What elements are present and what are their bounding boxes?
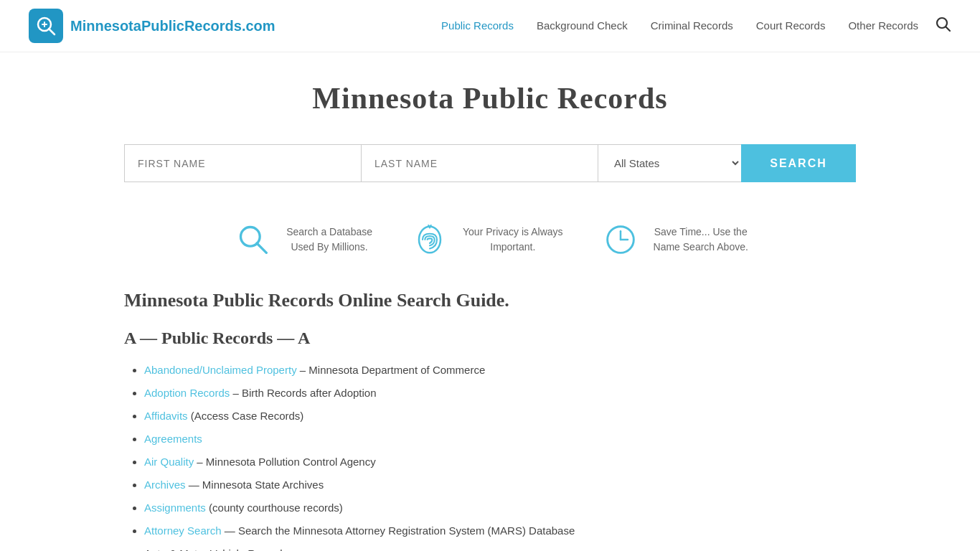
feature-privacy-text: Your Privacy is AlwaysImportant. bbox=[463, 225, 563, 255]
nav-item-other-records[interactable]: Other Records bbox=[848, 19, 918, 32]
list-item-suffix: — Search the Minnesota Attorney Registra… bbox=[225, 524, 575, 537]
list-item: Assignments (county courthouse records) bbox=[144, 497, 856, 519]
features-row: Search a DatabaseUsed By Millions. Your … bbox=[95, 197, 885, 283]
search-bar: All States Alabama Alaska Arizona Arkans… bbox=[95, 130, 885, 197]
hero-section: Minnesota Public Records bbox=[0, 52, 980, 130]
first-name-input[interactable] bbox=[124, 144, 361, 182]
page-title: Minnesota Public Records bbox=[14, 81, 966, 116]
list-item-suffix: – Minnesota Pollution Control Agency bbox=[197, 456, 375, 468]
navbar: MinnesotaPublicRecords.com Public Record… bbox=[0, 0, 980, 52]
logo-link[interactable]: MinnesotaPublicRecords.com bbox=[29, 9, 275, 43]
svg-line-5 bbox=[946, 27, 951, 31]
clock-feature-icon bbox=[599, 218, 642, 261]
list-item: Attorney Search — Search the Minnesota A… bbox=[144, 520, 856, 542]
nav-item-background-check[interactable]: Background Check bbox=[537, 19, 628, 32]
list-item: Air Quality – Minnesota Pollution Contro… bbox=[144, 451, 856, 473]
list-item: Affidavits (Access Case Records) bbox=[144, 405, 856, 427]
feature-time-text: Save Time... Use theName Search Above. bbox=[654, 225, 748, 255]
link-agreements[interactable]: Agreements bbox=[144, 433, 202, 445]
nav-item-court-records[interactable]: Court Records bbox=[756, 19, 826, 32]
nav-item-public-records[interactable]: Public Records bbox=[441, 19, 514, 32]
nav-item-criminal-records[interactable]: Criminal Records bbox=[651, 19, 733, 32]
feature-search: Search a DatabaseUsed By Millions. bbox=[232, 218, 372, 261]
link-affidavits[interactable]: Affidavits bbox=[144, 410, 188, 422]
link-assignments[interactable]: Assignments bbox=[144, 501, 206, 514]
nav-link-criminal-records[interactable]: Criminal Records bbox=[651, 19, 733, 32]
link-attorney-search[interactable]: Attorney Search bbox=[144, 524, 222, 537]
nav-link-public-records[interactable]: Public Records bbox=[441, 19, 514, 32]
list-item-suffix: – Birth Records after Adoption bbox=[232, 387, 376, 399]
list-item: Archives — Minnesota State Archives bbox=[144, 474, 856, 496]
link-adoption-records[interactable]: Adoption Records bbox=[144, 387, 230, 399]
logo-text: MinnesotaPublicRecords.com bbox=[70, 18, 275, 34]
last-name-input[interactable] bbox=[361, 144, 598, 182]
main-content: Minnesota Public Records Online Search G… bbox=[95, 283, 885, 551]
list-item: Abandoned/Unclaimed Property – Minnesota… bbox=[144, 359, 856, 381]
logo-icon bbox=[29, 9, 63, 43]
search-feature-icon bbox=[232, 218, 275, 261]
nav-link-background-check[interactable]: Background Check bbox=[537, 19, 628, 32]
search-button[interactable]: SEARCH bbox=[741, 144, 856, 182]
feature-time: Save Time... Use theName Search Above. bbox=[599, 218, 748, 261]
link-abandoned-property[interactable]: Abandoned/Unclaimed Property bbox=[144, 364, 297, 376]
feature-search-text: Search a DatabaseUsed By Millions. bbox=[286, 225, 372, 255]
link-air-quality[interactable]: Air Quality bbox=[144, 456, 194, 468]
svg-line-1 bbox=[49, 29, 55, 34]
svg-line-7 bbox=[257, 243, 266, 253]
list-item: Agreements bbox=[144, 428, 856, 450]
list-item-suffix: (Access Case Records) bbox=[191, 410, 304, 422]
auto-motor-text: Auto & Motor Vehicle Records bbox=[144, 547, 288, 551]
list-item-suffix: (county courthouse records) bbox=[209, 501, 343, 514]
nav-link-court-records[interactable]: Court Records bbox=[756, 19, 826, 32]
nav-links: Public Records Background Check Criminal… bbox=[441, 19, 918, 32]
state-select[interactable]: All States Alabama Alaska Arizona Arkans… bbox=[598, 144, 741, 182]
list-item-suffix: — Minnesota State Archives bbox=[189, 479, 324, 491]
list-item-auto: Auto & Motor Vehicle Records Crash Repor… bbox=[144, 543, 856, 551]
list-item-suffix: – Minnesota Department of Commerce bbox=[300, 364, 485, 376]
nav-link-other-records[interactable]: Other Records bbox=[848, 19, 918, 32]
feature-privacy: Your Privacy is AlwaysImportant. bbox=[408, 218, 563, 261]
guide-title: Minnesota Public Records Online Search G… bbox=[124, 290, 856, 311]
nav-search-icon[interactable] bbox=[936, 17, 951, 36]
link-archives[interactable]: Archives bbox=[144, 479, 186, 491]
section-header-a: A — Public Records — A bbox=[124, 329, 856, 348]
records-list-a: Abandoned/Unclaimed Property – Minnesota… bbox=[124, 359, 856, 551]
fingerprint-feature-icon bbox=[408, 218, 451, 261]
list-item: Adoption Records – Birth Records after A… bbox=[144, 382, 856, 404]
